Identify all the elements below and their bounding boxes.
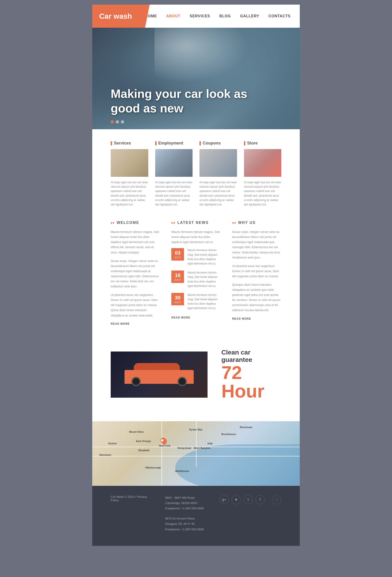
employment-card-title: Employment [155,141,193,146]
news-read-more[interactable]: READ MORE [171,316,190,319]
address2-line2: Glasgow, DC 45 Fr 45. [165,522,196,526]
welcome-title: WELCOME [111,221,160,225]
nav-blog[interactable]: BLOG [219,14,231,18]
google-plus-icon[interactable]: g+ [220,495,229,504]
nav-services[interactable]: SERVICES [190,14,210,18]
news-day-2: 16 [171,272,184,278]
nav-contacts[interactable]: CONTACTS [268,14,291,18]
news-date-badge-2: 16 JULY [171,270,184,283]
map-road-v1 [162,421,162,486]
services-card-title: Services [111,141,148,146]
welcome-para-2: Dusac turps. Integer rutrum ante eu lacu… [111,258,160,289]
address2-line1: 9870 St Vincent Place, [165,517,195,520]
hero-content: Making your car look as good as new [111,87,249,115]
store-card-text: At nequ eget nius leo vel nean necoum ep… [244,180,282,207]
map-label-elizabeth: Elizabeth [138,449,149,452]
map-label-riverhead: Riverhead [240,426,252,429]
footer-address: 9863 - 9867 Mill Road, Cambridge, MG09 9… [165,495,206,537]
news-day-3: 30 [171,295,184,301]
welcome-para-1: Mauris fermeum dictum magna. Sed loreet … [111,229,160,255]
store-card-title: Store [244,141,282,146]
employment-card-image [155,149,193,177]
why-us-para-3: Quisque diam lorem interdum vitaepibus a… [232,282,281,313]
site-wrapper: Car wash HOME ABOUT SERVICES BLOG GALLER… [92,5,300,546]
car-wheel-left [131,377,141,386]
news-date-badge-1: 03 JULY [171,248,184,261]
map-label-west-babylon: West Babylon [194,447,211,449]
welcome-para-3: Ut pharetra auue nec augentum. Donec in … [111,292,160,318]
guarantee-text-box: Clean car guarantee 72 Hour [207,339,281,410]
map-label-easton: Easton [108,442,117,445]
latest-news-section: LATEST NEWS Mauris fermeum dictum magna.… [171,221,221,326]
page-background: Car wash HOME ABOUT SERVICES BLOG GALLER… [0,0,392,550]
map-label-hillsborough: Hillsborough [145,466,161,469]
services-card-image [111,149,148,177]
footer-address-2: 9870 St Vincent Place, Glasgow, DC 45 Fr… [165,516,206,532]
why-us-read-more[interactable]: READ MORE [232,317,251,320]
footer-social: g+ ♥ t f ↑ [220,495,281,504]
map-label-middletown: Middletown [175,470,189,472]
coupons-card-image [199,149,237,177]
address1-line1: 9863 - 9867 Mill Road, [165,496,195,500]
main-nav: HOME ABOUT SERVICES BLOG GALLERY CONTACT… [145,5,300,28]
facebook-icon[interactable]: f [256,495,265,504]
news-text-3: Mauris fermeum dictum mag. Sed loreet al… [188,293,221,311]
map-label-oyster-bay: Oyster Bay [189,428,202,431]
news-item-1: 03 JULY Mauris fermeum dictum mag. Sed l… [171,248,221,266]
news-month-2: JULY [171,278,184,281]
guarantee-section: Clean car guarantee 72 Hour [111,339,281,410]
address2-phone: Freephone: +1 800 559 6580 [165,528,204,531]
logo-box: Car wash [92,5,145,28]
map-pin [161,437,166,444]
latest-news-intro: Mauris fermeum dictum magna. Sed loreet … [171,229,221,245]
nav-about[interactable]: ABOUT [166,14,181,18]
employment-card: Employment At nequ eget nius leo vel nea… [155,141,193,207]
why-us-title: WHY US [232,221,281,225]
hero-dot-1[interactable] [111,120,114,123]
hero-dot-2[interactable] [116,120,119,123]
coupons-card: Coupons At nequ eget nius leo vel nean n… [199,141,237,207]
guarantee-car-image [111,352,207,398]
hero-spray-effect [155,28,258,89]
employment-card-text: At nequ eget nius leo vel nean necoum ep… [155,180,193,207]
car-wheel-right [178,377,187,386]
services-row: Services At nequ eget nius leo vel nean … [111,141,281,207]
map-section: Mount Olive Easton Allentown East Orange… [92,421,300,486]
news-day-1: 03 [171,250,184,256]
map-label-hempstead: Hempstead [178,447,191,449]
scroll-top-button[interactable]: ↑ [272,495,281,504]
why-us-para-2: Ut pharetra auue nec augentum. Donec in … [232,264,281,279]
services-card-text: At nequ eget nius leo vel nean necoum ep… [111,180,148,207]
address1-line2: Cambridge, MG09 99NT [165,501,198,505]
hero-section: Making your car look as good as new [92,28,300,129]
store-card-image [244,149,282,177]
site-footer: Car Wash © 2014 • Privacy Policy 9863 - … [92,486,300,546]
services-card: Services At nequ eget nius leo vel nean … [111,141,148,207]
latest-news-title: LATEST NEWS [171,221,221,225]
map-label-east-orange: East Orange [136,440,151,442]
coupons-card-text: At nequ eget nius leo vel nean necoum ep… [199,180,237,207]
nav-gallery[interactable]: GALLERY [240,14,259,18]
footer-copyright: Car Wash © 2014 • Privacy Policy [111,495,151,502]
map-label-islip: Islip [207,442,213,445]
news-item-3: 30 JULY Mauris fermeum dictum mag. Sed l… [171,293,221,311]
news-date-badge-3: 30 JULY [171,293,184,305]
hero-dot-3[interactable] [121,120,124,123]
main-content: Services At nequ eget nius leo vel nean … [92,129,300,421]
footer-address-1: 9863 - 9867 Mill Road, Cambridge, MG09 9… [165,495,206,511]
news-month-3: JULY [171,301,184,303]
site-logo: Car wash [99,12,132,21]
scroll-top-icon: ↑ [276,498,278,502]
hero-dots [111,120,124,123]
why-us-para-1: Dusac turps. Integer rutrum ante eu lacu… [232,229,281,260]
hero-title: Making your car look as good as new [111,87,249,115]
map-label-mount-olive: Mount Olive [129,431,144,433]
map-label-brookhaven: Brookhaven [221,433,236,435]
pinterest-icon[interactable]: ♥ [231,495,241,504]
three-col-section: WELCOME Mauris fermeum dictum magna. Sed… [111,221,281,326]
store-card: Store At nequ eget nius leo vel nean nec… [244,141,282,207]
welcome-read-more[interactable]: READ MORE [111,322,130,325]
news-text-2: Mauris fermeum dictum mag. Sed loreet al… [188,270,221,288]
twitter-icon[interactable]: t [243,495,253,504]
coupons-card-title: Coupons [199,141,237,146]
